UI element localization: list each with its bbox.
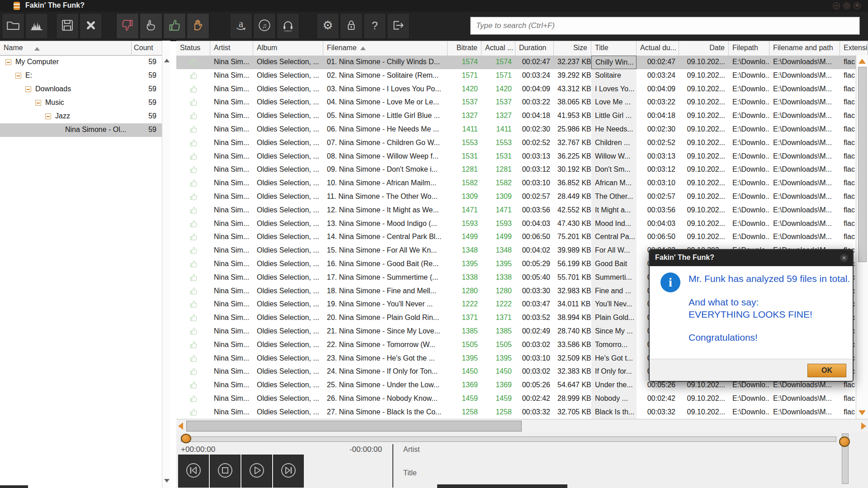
table-vscroll-thumb[interactable] [858, 67, 867, 262]
tree-item-downloads[interactable]: Downloads59 [0, 83, 162, 96]
table-row[interactable]: Nina Sim...Oldies Selection, ...03. Nina… [176, 83, 868, 96]
window-titlebar[interactable]: Fakin' The Funk? – ▢ ✕ [0, 0, 868, 12]
dialog-titlebar[interactable]: Fakin' The Funk? ✕ [650, 250, 853, 266]
seek-slider-knob[interactable] [181, 434, 191, 443]
minimize-icon[interactable]: – [833, 2, 840, 9]
cell-bitrate: 1371 [448, 311, 481, 325]
thumbs-up-button[interactable] [163, 13, 186, 39]
cell-duration: 00:02:57 [515, 190, 554, 204]
svg-text:⚙: ⚙ [322, 19, 333, 32]
volume-slider-knob[interactable] [839, 436, 850, 447]
table-row[interactable]: Nina Sim...Oldies Selection, ...11. Nina… [176, 190, 868, 204]
spectrum-analyze-button[interactable] [25, 13, 48, 39]
table-row[interactable]: Nina Sim...Oldies Selection, ...14. Nina… [176, 230, 868, 244]
expander-collapse-icon[interactable] [35, 100, 41, 106]
ok-button[interactable]: OK [807, 364, 846, 377]
play-button[interactable] [241, 455, 272, 488]
column-header-filename[interactable]: Filename [323, 41, 448, 56]
expander-collapse-icon[interactable] [25, 86, 31, 92]
table-row[interactable]: Nina Sim...Oldies Selection, ...01. Nina… [176, 56, 868, 69]
cell-actual_duration: 00:02:30 [637, 123, 679, 136]
table-row[interactable]: Nina Sim...Oldies Selection, ...12. Nina… [176, 204, 868, 217]
settings-button[interactable]: ⚙ [316, 13, 339, 39]
expander-collapse-icon[interactable] [15, 73, 21, 79]
search-input[interactable] [470, 17, 860, 35]
column-header-title[interactable]: Title [591, 41, 637, 56]
tree-scroll-up-icon[interactable] [164, 59, 170, 62]
dialog-close-icon[interactable]: ✕ [840, 254, 848, 262]
cell-duration: 00:04:18 [515, 109, 554, 123]
column-header-album[interactable]: Album [253, 41, 323, 56]
close-icon[interactable]: ✕ [854, 2, 861, 9]
column-header-filepath[interactable]: Filepath [729, 41, 769, 56]
table-scroll-down-icon[interactable] [859, 410, 866, 415]
cell-album: Oldies Selection, ... [253, 177, 323, 190]
expander-collapse-icon[interactable] [5, 59, 11, 65]
cell-status [176, 392, 210, 406]
table-row[interactable]: Nina Sim...Oldies Selection, ...10. Nina… [176, 177, 868, 190]
column-header-actual_duration[interactable]: Actual du... [637, 41, 679, 56]
save-button[interactable] [56, 13, 79, 39]
table-vscrollbar[interactable] [856, 55, 868, 419]
remove-button[interactable] [80, 13, 102, 39]
amazon-button[interactable]: a [230, 13, 252, 39]
cell-duration: 00:03:13 [515, 150, 554, 164]
table-row[interactable]: Nina Sim...Oldies Selection, ...13. Nina… [176, 217, 868, 231]
tree-item-count: 59 [148, 126, 156, 134]
seek-slider[interactable] [181, 436, 836, 442]
cell-filepath: E:\Downlo... [729, 69, 769, 83]
tree-count-header[interactable]: Count [134, 44, 153, 52]
open-folder-button[interactable] [2, 13, 24, 39]
table-scroll-right-icon[interactable] [861, 422, 866, 430]
column-header-extension[interactable]: Extension [840, 41, 868, 56]
table-hscrollbar[interactable] [176, 419, 868, 433]
cell-artist: Nina Sim... [210, 352, 253, 366]
column-header-duration[interactable]: Duration [515, 41, 554, 56]
skip-back-button[interactable] [178, 455, 209, 488]
table-row[interactable]: Nina Sim...Oldies Selection, ...08. Nina… [176, 150, 868, 164]
column-header-fullpath[interactable]: Filename and path [769, 41, 840, 56]
beatport-button[interactable]: beatport [277, 13, 299, 39]
cell-filename: 01. Nina Simone - Chilly Winds D... [323, 56, 448, 69]
exit-button[interactable] [387, 13, 410, 39]
table-scroll-left-icon[interactable] [178, 422, 183, 430]
cell-title: Willow W... [591, 150, 637, 164]
tree-item-count: 59 [148, 71, 156, 80]
table-row[interactable]: Nina Sim...Oldies Selection, ...26. Nina… [176, 392, 868, 406]
table-scroll-up-icon[interactable] [859, 59, 866, 64]
table-row[interactable]: Nina Sim...Oldies Selection, ...27. Nina… [176, 406, 868, 419]
tree-name-header[interactable]: Name [4, 44, 23, 52]
table-hscroll-thumb[interactable] [186, 421, 522, 432]
tree-item-music[interactable]: Music59 [0, 96, 162, 110]
lock-button[interactable] [340, 13, 363, 39]
help-button[interactable]: ? [363, 13, 386, 39]
tree-item-nina-simone-ol[interactable]: Nina Simone - Ol...59 [0, 123, 162, 137]
table-row[interactable]: Nina Sim...Oldies Selection, ...07. Nina… [176, 136, 868, 150]
table-row[interactable]: Nina Sim...Oldies Selection, ...04. Nina… [176, 96, 868, 109]
table-row[interactable]: Nina Sim...Oldies Selection, ...02. Nina… [176, 69, 868, 83]
column-header-size[interactable]: Size [554, 41, 591, 56]
hand-stop-button[interactable] [187, 13, 209, 39]
cell-album: Oldies Selection, ... [253, 150, 323, 164]
stop-button[interactable] [210, 455, 241, 488]
itunes-button[interactable]: ♫ [253, 13, 276, 39]
tree-item-jazz[interactable]: Jazz59 [0, 110, 162, 123]
skip-forward-button[interactable] [273, 455, 304, 488]
cell-actual_bitrate: 1420 [481, 83, 515, 96]
tree-scroll-down-icon[interactable] [164, 479, 170, 483]
thumbs-down-button[interactable] [116, 13, 139, 39]
table-row[interactable]: Nina Sim...Oldies Selection, ...09. Nina… [176, 163, 868, 177]
point-finger-button[interactable] [140, 13, 162, 39]
table-row[interactable]: Nina Sim...Oldies Selection, ...06. Nina… [176, 123, 868, 136]
column-header-date[interactable]: Date [679, 41, 729, 56]
column-header-status[interactable]: Status [176, 41, 210, 56]
expander-collapse-icon[interactable] [45, 113, 51, 119]
column-header-artist[interactable]: Artist [210, 41, 253, 56]
column-header-actual_bitrate[interactable]: Actual ... [481, 41, 515, 56]
tree-item-my-computer[interactable]: My Computer59 [0, 56, 162, 69]
table-row[interactable]: Nina Sim...Oldies Selection, ...05. Nina… [176, 109, 868, 123]
tree-item-e[interactable]: E:59 [0, 69, 162, 83]
tree-vscrollbar[interactable] [162, 41, 170, 488]
maximize-icon[interactable]: ▢ [843, 2, 850, 9]
column-header-bitrate[interactable]: Bitrate [448, 41, 481, 56]
